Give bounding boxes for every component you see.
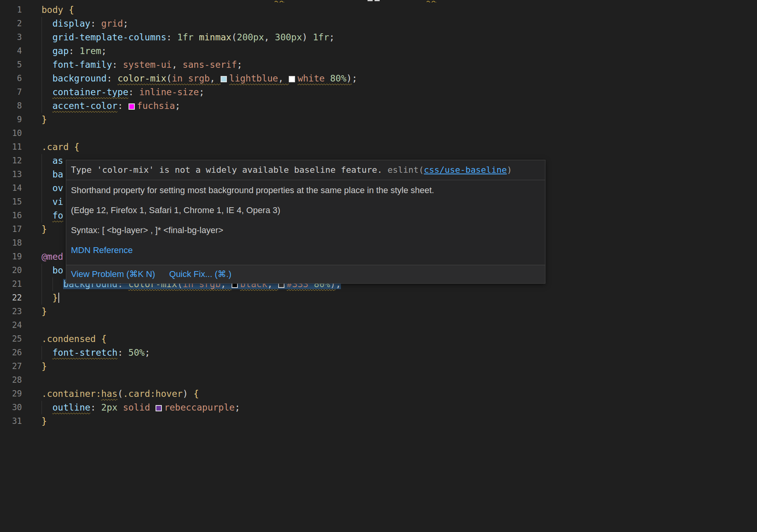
token-punct: ,: [172, 60, 177, 70]
token-plain: [270, 32, 275, 42]
token-prop: font-family: [53, 60, 112, 70]
token-plain: [134, 87, 139, 97]
color-swatch[interactable]: [221, 76, 227, 82]
token-punct: ;: [145, 347, 150, 358]
code-line[interactable]: 7 container-type: inline-size;: [0, 85, 757, 99]
token-punct: :: [118, 101, 123, 111]
code-line[interactable]: 2 display: grid;: [0, 17, 757, 31]
indent-guide: [42, 264, 42, 277]
token-sel: .card: [123, 389, 150, 399]
line-number: 3: [0, 31, 22, 44]
code-line[interactable]: 10: [0, 127, 757, 140]
indent-guide: [42, 85, 42, 99]
token-sel: .condensed: [42, 334, 96, 344]
token-plain: [123, 347, 129, 358]
code-line[interactable]: 9}: [0, 113, 757, 127]
token-sel: .container: [42, 389, 96, 399]
token-fn: minmax: [199, 32, 232, 42]
code-line[interactable]: 30 outline: 2px solid rebeccapurple;: [0, 401, 757, 414]
line-number: 18: [0, 236, 22, 250]
token-sel: .card: [42, 142, 69, 152]
code-line[interactable]: 28: [0, 373, 757, 387]
token-sel: has: [101, 389, 118, 399]
code-content: [22, 318, 757, 332]
token-num: 300px: [275, 32, 302, 42]
indent-guide: [42, 99, 42, 113]
token-prop: grid-template-columns: [53, 32, 167, 42]
code-line[interactable]: 1body {: [0, 3, 757, 17]
code-line[interactable]: 8 accent-color: fuchsia;: [0, 99, 757, 113]
token-prop: as: [53, 156, 63, 166]
token-plain: [112, 73, 118, 83]
indent-guide: [42, 168, 42, 181]
line-number: 1: [0, 3, 22, 17]
token-val: lightblue: [221, 73, 278, 83]
code-line[interactable]: 29.container:has(.card:hover) {: [0, 387, 757, 401]
token-val: rebeccapurple: [156, 402, 235, 413]
code-line[interactable]: 31}: [0, 414, 757, 428]
indent-guide: [42, 58, 42, 72]
code-line[interactable]: 25.condensed {: [0, 332, 757, 346]
line-number: 27: [0, 360, 22, 373]
token-punct: ;: [235, 402, 240, 413]
line-number: 26: [0, 346, 22, 360]
baseline-rule-link[interactable]: css/use-baseline: [424, 165, 507, 175]
line-number: 17: [0, 223, 22, 236]
line-number: 16: [0, 209, 22, 223]
token-punct: :: [167, 32, 172, 42]
token-punct: ;: [329, 32, 335, 42]
token-num: 50%: [129, 347, 145, 358]
token-plain: [118, 60, 123, 70]
token-plain: [183, 73, 188, 83]
color-swatch[interactable]: [289, 76, 295, 82]
color-swatch[interactable]: [129, 103, 135, 110]
token-prop: outline: [53, 402, 91, 413]
code-content: font-stretch: 50%;: [22, 346, 757, 360]
token-sel: body: [42, 5, 63, 15]
token-prop: vi: [53, 197, 63, 207]
code-content: }: [22, 360, 757, 373]
line-number: 29: [0, 387, 22, 401]
code-line[interactable]: 4 gap: 1rem;: [0, 44, 757, 58]
line-number: 4: [0, 44, 22, 58]
code-line[interactable]: 27}: [0, 360, 757, 373]
code-line[interactable]: 6 background: color-mix(in srgb, lightbl…: [0, 72, 757, 85]
mdn-reference-link[interactable]: MDN Reference: [71, 245, 133, 255]
hover-docs: Shorthand property for setting most back…: [66, 180, 545, 256]
code-content: }: [22, 291, 757, 305]
code-line[interactable]: 3 grid-template-columns: 1fr minmax(200p…: [0, 31, 757, 44]
indent-guide: [42, 44, 42, 58]
code-editor: 1body {2 display: grid;3 grid-template-c…: [0, 0, 757, 532]
hover-actions: View Problem (⌘K N) Quick Fix... (⌘.): [66, 265, 545, 283]
token-plain: [96, 402, 101, 413]
code-content: .condensed {: [22, 332, 757, 346]
token-plain: [42, 265, 53, 275]
code-line[interactable]: 5 font-family: system-ui, sans-serif;: [0, 58, 757, 72]
token-brace: {: [69, 5, 74, 15]
token-punct: ;: [123, 18, 129, 29]
token-sel: :: [96, 389, 101, 399]
token-num: 200px: [237, 32, 264, 42]
line-number: 5: [0, 58, 22, 72]
token-brace: }: [42, 306, 47, 317]
token-plain: [325, 73, 330, 83]
color-swatch[interactable]: [156, 405, 162, 411]
token-fn: color-mix: [118, 73, 167, 83]
token-plain: [42, 402, 53, 413]
code-content: display: grid;: [22, 17, 757, 31]
view-problem-link[interactable]: View Problem (⌘K N): [71, 269, 155, 280]
quick-fix-link[interactable]: Quick Fix... (⌘.): [169, 269, 232, 280]
token-prop: gap: [53, 46, 69, 56]
code-line[interactable]: 24: [0, 318, 757, 332]
token-punct: ,: [278, 73, 284, 83]
code-line[interactable]: 23}: [0, 305, 757, 318]
code-line[interactable]: 26 font-stretch: 50%;: [0, 346, 757, 360]
code-content: }: [22, 113, 757, 127]
code-line[interactable]: 22 }: [0, 291, 757, 305]
token-plain: [42, 46, 53, 56]
token-punct: :: [112, 60, 118, 70]
code-line[interactable]: 11.card {: [0, 140, 757, 154]
token-prop: font-stretch: [53, 347, 118, 358]
token-punct: ;: [101, 46, 107, 56]
indent-guide: [42, 154, 42, 168]
